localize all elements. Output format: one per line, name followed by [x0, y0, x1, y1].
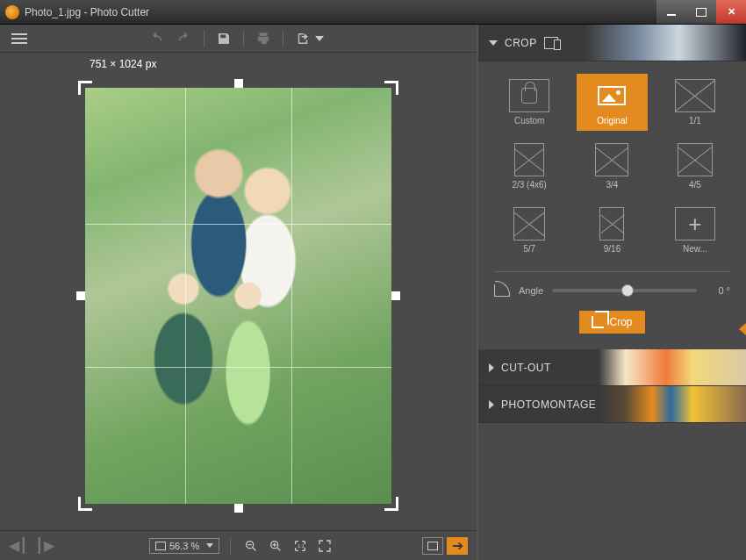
crop-panel-body: Custom Original 1/1 2/3 (4x6) 3/4 [478, 61, 746, 349]
zoom-level-dropdown[interactable]: 56.3 % [149, 538, 219, 554]
export-dropdown-icon[interactable] [315, 36, 324, 41]
angle-icon [494, 284, 510, 297]
undo-icon [148, 31, 164, 47]
ratio-label: Custom [514, 116, 544, 126]
window-close-button[interactable] [716, 0, 746, 24]
grid-line [85, 367, 391, 368]
canvas-area[interactable]: 751 × 1024 px [0, 53, 477, 530]
panel-header-photomontage[interactable]: PHOTOMONTAGE [478, 386, 746, 423]
ratio-label: 2/3 (4x6) [512, 180, 546, 190]
print-button[interactable] [251, 28, 276, 49]
crop-handle-corner[interactable] [384, 81, 398, 95]
ratio-new[interactable]: + New... [660, 202, 730, 259]
ratio-label: 5/7 [523, 244, 535, 254]
crop-handle-corner[interactable] [78, 81, 92, 95]
menu-button[interactable] [7, 28, 32, 49]
save-icon [216, 31, 232, 47]
zoom-in-icon [269, 539, 283, 553]
export-icon [295, 31, 311, 47]
redo-button[interactable] [172, 28, 197, 49]
app-icon [5, 5, 19, 19]
save-button[interactable] [212, 28, 236, 49]
ratio-label: 1/1 [689, 116, 701, 126]
slider-thumb[interactable] [621, 284, 634, 297]
svg-text:1:1: 1:1 [298, 543, 305, 549]
crop-handle-edge[interactable] [391, 291, 400, 300]
ratio-4-5[interactable]: 4/5 [660, 138, 730, 195]
crop-handle-edge[interactable] [234, 79, 243, 88]
side-panel: CROP Custom Original 1/1 2/3 [478, 25, 746, 560]
chevron-down-icon [206, 543, 213, 548]
ratio-custom[interactable]: Custom [494, 74, 564, 131]
ratio-original[interactable]: Original [577, 74, 647, 131]
crop-handle-edge[interactable] [234, 504, 243, 513]
crop-frame[interactable] [78, 81, 398, 511]
plus-icon: + [688, 212, 701, 235]
crop-icon [592, 316, 604, 328]
panel-header-crop[interactable]: CROP [478, 25, 746, 61]
zoom-out-icon [244, 539, 258, 553]
panel-header-cutout[interactable]: CUT-OUT [478, 349, 746, 386]
print-icon [255, 31, 271, 47]
ratio-5-7[interactable]: 5/7 [494, 202, 564, 259]
export-button[interactable] [291, 28, 315, 49]
actual-size-button[interactable]: 1:1 [291, 536, 310, 556]
grid-line [291, 88, 292, 504]
chevron-right-icon [489, 400, 494, 409]
crop-button[interactable]: Crop [579, 311, 644, 334]
ratio-label: Original [597, 116, 627, 126]
chevron-right-icon [489, 363, 494, 372]
compare-view-button[interactable] [422, 537, 443, 555]
ratio-1-1[interactable]: 1/1 [660, 74, 730, 131]
angle-label: Angle [519, 285, 543, 296]
collapse-icon: ➔ [452, 537, 463, 554]
panel-title: PHOTOMONTAGE [501, 398, 596, 411]
divider [494, 271, 730, 272]
window-titlebar: Photo_1.jpg - Photo Cutter [0, 0, 746, 25]
zoom-out-button[interactable] [241, 536, 261, 556]
ratio-label: New... [683, 244, 707, 254]
fit-screen-icon [318, 539, 332, 553]
ratio-3-4[interactable]: 3/4 [577, 138, 647, 195]
expand-arrow-icon[interactable] [739, 323, 746, 335]
dimensions-label: 751 × 1024 px [90, 58, 156, 70]
ratio-label: 9/16 [604, 244, 620, 254]
ratio-label: 4/5 [689, 180, 701, 190]
grid-line [185, 88, 186, 504]
undo-button[interactable] [144, 28, 169, 49]
window-icon [427, 542, 438, 550]
ratio-9-16[interactable]: 9/16 [577, 202, 647, 259]
crop-panel-icon [544, 37, 558, 49]
panel-title: CUT-OUT [501, 362, 551, 374]
window-title: Photo_1.jpg - Photo Cutter [25, 6, 656, 18]
ratio-2-3[interactable]: 2/3 (4x6) [494, 138, 564, 195]
photo-preview [85, 88, 391, 504]
fit-icon [155, 542, 166, 550]
crop-handle-corner[interactable] [384, 497, 398, 511]
next-image-button[interactable]: ┃▶ [35, 537, 54, 554]
fit-screen-button[interactable] [315, 536, 334, 556]
crop-handle-corner[interactable] [78, 497, 92, 511]
main-toolbar [0, 25, 477, 53]
hamburger-icon [11, 33, 27, 44]
panel-title: CROP [505, 37, 537, 49]
angle-slider[interactable] [552, 289, 697, 292]
zoom-value: 56.3 % [169, 541, 199, 551]
aspect-ratio-grid: Custom Original 1/1 2/3 (4x6) 3/4 [494, 74, 730, 259]
window-maximize-button[interactable] [686, 0, 716, 24]
zoom-in-button[interactable] [266, 536, 285, 556]
prev-image-button[interactable]: ◀┃ [9, 537, 28, 554]
chevron-down-icon [489, 40, 498, 46]
redo-icon [176, 31, 192, 47]
crop-handle-edge[interactable] [76, 291, 85, 300]
window-minimize-button[interactable] [656, 0, 686, 24]
ratio-label: 3/4 [606, 180, 619, 190]
side-panel-toggle[interactable]: ➔ [447, 537, 468, 555]
angle-control: Angle 0 ° [494, 284, 730, 297]
lock-icon [521, 88, 537, 104]
bottom-bar: ◀┃ ┃▶ 56.3 % 1:1 [0, 530, 477, 560]
actual-size-icon: 1:1 [293, 539, 307, 553]
image-icon [598, 86, 626, 105]
grid-line [85, 224, 391, 225]
crop-button-label: Crop [609, 316, 632, 328]
